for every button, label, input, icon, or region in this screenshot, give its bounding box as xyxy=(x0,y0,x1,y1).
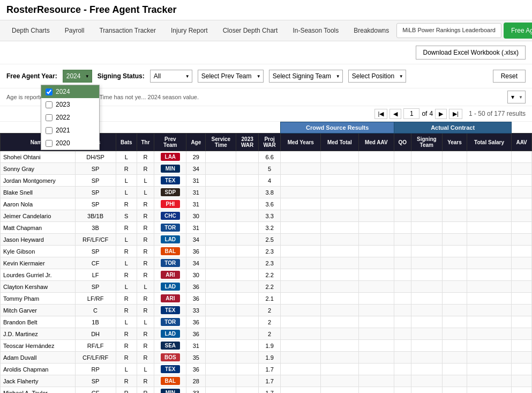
reset-button[interactable]: Reset xyxy=(493,70,526,83)
cell-years xyxy=(443,364,467,375)
cell-med-years xyxy=(281,328,321,340)
cell-years xyxy=(443,269,467,281)
nav-milb[interactable]: MiLB Power Rankings Leaderboard xyxy=(396,23,501,38)
cell-thr: R xyxy=(137,163,154,175)
download-button[interactable]: Download Excel Workbook (.xlsx) xyxy=(416,46,526,60)
team-badge: TOR xyxy=(161,224,180,232)
nav-free-agent-tracker[interactable]: Free Agent Tracker xyxy=(504,23,532,39)
cell-aav xyxy=(512,175,532,187)
dropdown-item-2024[interactable]: 2024 xyxy=(41,85,99,98)
cell-years xyxy=(443,340,467,352)
dropdown-label-2023: 2023 xyxy=(56,101,70,108)
dropdown-item-2020[interactable]: 2020 xyxy=(41,137,99,150)
cell-med-years xyxy=(281,151,321,163)
cell-qo xyxy=(394,210,411,222)
extra-select[interactable]: ▾ xyxy=(507,91,526,103)
cell-total-salary xyxy=(467,281,511,293)
first-page-button[interactable]: |◀ xyxy=(374,109,388,119)
cell-signing-team xyxy=(411,175,443,187)
dropdown-checkbox-2020[interactable] xyxy=(46,140,53,147)
cell-name: Kevin Kiermaier xyxy=(1,257,76,269)
col-med-aav: Med AAV xyxy=(358,134,394,151)
table-body: Shohei OhtaniDH/SPLRLAA296.6Sonny GraySP… xyxy=(1,151,532,394)
cell-proj-war: 2 xyxy=(258,305,280,316)
dropdown-checkbox-2022[interactable] xyxy=(46,114,53,121)
cell-signing-team xyxy=(411,328,443,340)
dropdown-item-2023[interactable]: 2023 xyxy=(41,98,99,111)
extra-select-wrapper[interactable]: ▾ xyxy=(507,91,526,103)
dropdown-label-2020: 2020 xyxy=(56,139,70,147)
team-badge: CHC xyxy=(161,212,180,220)
nav-depth-charts[interactable]: Depth Charts xyxy=(4,20,57,41)
cell-bats: R xyxy=(116,352,137,364)
cell-bats: R xyxy=(116,222,137,234)
signing-status-select[interactable]: All Signed Unsigned xyxy=(150,70,192,83)
prev-page-button[interactable]: ◀ xyxy=(389,109,401,119)
nav-transaction-tracker[interactable]: Transaction Tracker xyxy=(92,20,163,41)
cell-service xyxy=(206,328,236,340)
cell-proj-war: 1.7 xyxy=(258,364,280,375)
cell-qo xyxy=(394,387,411,394)
cell-thr: R xyxy=(137,151,154,163)
cell-service xyxy=(206,198,236,210)
cell-years xyxy=(443,387,467,394)
cell-pos: RF/LF/CF xyxy=(75,234,116,246)
cell-age: 36 xyxy=(186,364,206,375)
cell-total-salary xyxy=(467,375,511,387)
cell-aav xyxy=(512,257,532,269)
nav-breakdowns[interactable]: Breakdowns xyxy=(346,20,396,41)
cell-age: 31 xyxy=(186,175,206,187)
cell-pos: SP xyxy=(75,198,116,210)
nav-closer-depth-chart[interactable]: Closer Depth Chart xyxy=(215,20,286,41)
cell-service xyxy=(206,375,236,387)
year-select-wrapper[interactable]: 2024 2023 2022 2021 2020 xyxy=(63,70,92,83)
signing-team-wrapper[interactable]: Select Signing Team xyxy=(269,70,343,83)
cell-age: 36 xyxy=(186,281,206,293)
page-input[interactable] xyxy=(403,108,419,119)
cell-proj-war: 3.8 xyxy=(258,187,280,198)
signing-status-wrapper[interactable]: All Signed Unsigned xyxy=(150,70,192,83)
last-page-button[interactable]: ▶| xyxy=(449,109,462,119)
cell-pos: RF/LF xyxy=(75,340,116,352)
cell-years xyxy=(443,163,467,175)
team-badge: ARI xyxy=(161,271,180,279)
dropdown-item-2022[interactable]: 2022 xyxy=(41,111,99,124)
dropdown-item-2021[interactable]: 2021 xyxy=(41,124,99,137)
table-row: J.D. MartinezDHRRLAD362 xyxy=(1,328,532,340)
cell-prev-team: TOR xyxy=(154,222,186,234)
cell-proj-war: 3.6 xyxy=(258,198,280,210)
dropdown-checkbox-2024[interactable] xyxy=(46,88,53,95)
dropdown-checkbox-2021[interactable] xyxy=(46,127,53,134)
cell-med-aav xyxy=(358,246,394,257)
cell-age: 36 xyxy=(186,246,206,257)
nav-in-season-tools[interactable]: In-Season Tools xyxy=(285,20,346,41)
signing-team-select[interactable]: Select Signing Team xyxy=(269,70,343,83)
cell-total-salary xyxy=(467,340,511,352)
nav-injury-report[interactable]: Injury Report xyxy=(163,20,215,41)
team-badge: TOR xyxy=(161,259,180,267)
cell-thr: L xyxy=(137,364,154,375)
cell-total-salary xyxy=(467,387,511,394)
nav-payroll[interactable]: Payroll xyxy=(57,20,92,41)
position-wrapper[interactable]: Select Position xyxy=(348,70,406,83)
dropdown-label-2022: 2022 xyxy=(56,114,70,121)
cell-years xyxy=(443,328,467,340)
cell-aav xyxy=(512,281,532,293)
prev-team-select[interactable]: Select Prev Team xyxy=(198,70,264,83)
col-service: ServiceTime xyxy=(206,134,236,151)
position-select[interactable]: Select Position xyxy=(348,70,406,83)
col-proj-war: ProjWAR xyxy=(258,134,280,151)
cell-proj-war: 2.3 xyxy=(258,257,280,269)
cell-signing-team xyxy=(411,222,443,234)
cell-thr: R xyxy=(137,198,154,210)
col-prev-team: PrevTeam xyxy=(154,134,186,151)
prev-team-wrapper[interactable]: Select Prev Team xyxy=(198,70,264,83)
dropdown-checkbox-2023[interactable] xyxy=(46,101,53,108)
year-select[interactable]: 2024 2023 2022 2021 2020 xyxy=(63,70,92,83)
cell-proj-war: 1.7 xyxy=(258,387,280,394)
cell-bats: R xyxy=(116,328,137,340)
cell-total-salary xyxy=(467,328,511,340)
next-page-button[interactable]: ▶ xyxy=(435,109,447,119)
cell-total-salary xyxy=(467,269,511,281)
cell-bats: L xyxy=(116,234,137,246)
